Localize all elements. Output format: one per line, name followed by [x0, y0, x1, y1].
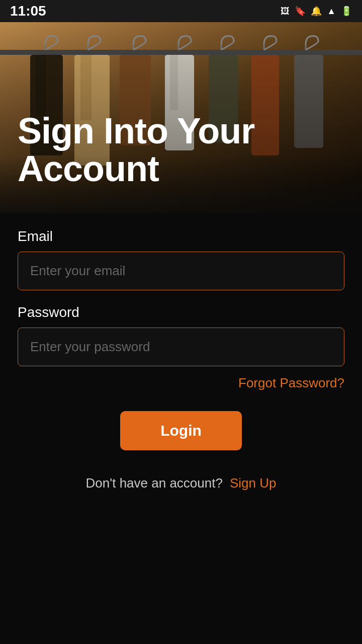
login-button[interactable]: Login [120, 411, 242, 450]
status-bar: 11:05 🖼 🔖 🔔 ▲ 🔋 [0, 0, 362, 22]
email-field-group: Email [18, 228, 344, 290]
status-time: 11:05 [10, 3, 46, 19]
battery-status-icon: 🔋 [341, 6, 352, 17]
password-field-group: Password [18, 304, 344, 366]
bookmark-status-icon: 🔖 [295, 6, 306, 17]
email-input[interactable] [18, 252, 344, 290]
status-icons: 🖼 🔖 🔔 ▲ 🔋 [281, 6, 352, 17]
forgot-password-row: Forgot Password? [18, 375, 344, 391]
hero-section: Sign Into Your Account [0, 22, 362, 213]
password-label: Password [18, 304, 344, 320]
email-label: Email [18, 228, 344, 245]
image-status-icon: 🖼 [281, 6, 290, 17]
no-account-text: Don't have an account? [86, 475, 223, 491]
form-section: Email Password Forgot Password? Login Do… [0, 213, 362, 511]
login-button-wrapper: Login [18, 411, 344, 450]
signup-link[interactable]: Sign Up [230, 475, 277, 491]
hero-title: Sign Into Your Account [18, 112, 344, 188]
hero-title-text: Sign Into Your Account [18, 111, 254, 189]
wifi-status-icon: ▲ [327, 6, 336, 17]
forgot-password-link[interactable]: Forgot Password? [238, 375, 344, 391]
password-input[interactable] [18, 328, 344, 366]
bell-status-icon: 🔔 [311, 6, 322, 17]
signup-row: Don't have an account? Sign Up [18, 475, 344, 491]
